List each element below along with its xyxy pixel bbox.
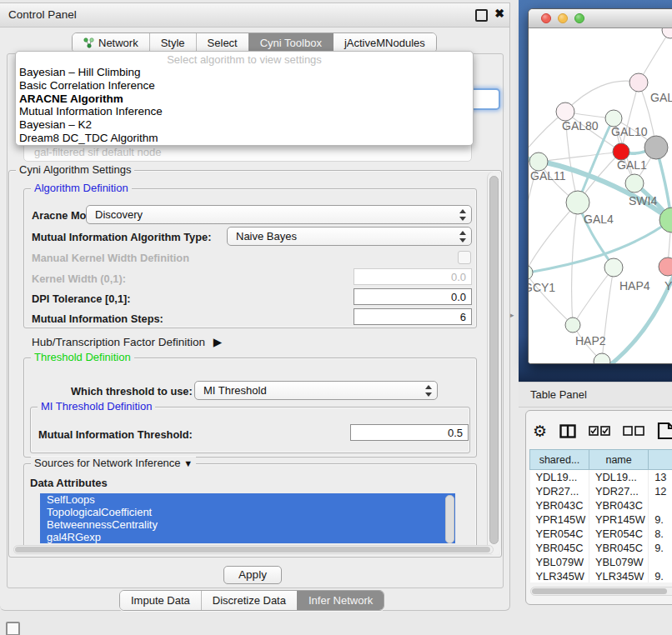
tab-style[interactable]: Style xyxy=(149,33,196,52)
table-cell[interactable]: YBL079W xyxy=(589,555,649,569)
tab-infer-network[interactable]: Infer Network xyxy=(297,591,384,610)
table-cell[interactable]: YBR045C xyxy=(530,541,589,555)
unchecked-pair-icon[interactable] xyxy=(623,426,644,436)
algorithm-option-bayesian-hill-climbing[interactable]: Bayesian – Hill Climbing xyxy=(16,66,473,79)
tab-label: Cyni Toolbox xyxy=(260,37,322,49)
table-row[interactable]: YBR045CYBR045C9. xyxy=(530,541,672,555)
minimized-panel-icon[interactable] xyxy=(6,622,20,635)
mi-threshold-field[interactable]: 0.5 xyxy=(350,424,469,441)
settings-vertical-scrollbar[interactable] xyxy=(487,172,501,555)
table-cell[interactable]: YBR043C xyxy=(589,498,649,512)
split-columns-icon[interactable] xyxy=(559,424,576,438)
settings-horizontal-scrollbar-thumb[interactable] xyxy=(15,547,490,552)
table-cell[interactable]: YDR27... xyxy=(589,484,649,498)
tab-select[interactable]: Select xyxy=(196,33,248,52)
table-cell[interactable]: YPR145W xyxy=(589,512,649,527)
table-horizontal-scrollbar[interactable] xyxy=(530,587,672,596)
network-node[interactable] xyxy=(659,258,672,276)
checked-pair-icon[interactable] xyxy=(589,426,610,436)
table-cell[interactable]: YBR045C xyxy=(589,541,649,555)
network-node[interactable] xyxy=(529,265,533,280)
network-node[interactable] xyxy=(604,258,623,277)
table-cell[interactable]: YDR27... xyxy=(530,484,589,498)
table-row[interactable]: YDR27...YDR27...12 xyxy=(530,484,672,498)
sources-legend[interactable]: Sources for Network Inference ▼ xyxy=(31,457,196,469)
table-horizontal-scrollbar-thumb[interactable] xyxy=(532,588,667,594)
table-cell[interactable]: YPR145W xyxy=(530,512,589,527)
mac-minimize-button[interactable] xyxy=(558,13,568,23)
attribute-item-betweennesscentrality[interactable]: BetweennessCentrality xyxy=(40,518,455,531)
pane-resize-handle[interactable]: ▸ xyxy=(510,311,514,319)
algorithm-option-aracne-algorithm[interactable]: ARACNE Algorithm xyxy=(16,92,473,106)
algorithm-option-bayesian-k2[interactable]: Bayesian – K2 xyxy=(16,118,473,132)
aracne-mode-combo[interactable]: Discovery xyxy=(86,205,472,224)
table-row[interactable]: YPR145WYPR145W9. xyxy=(530,512,672,527)
table-cell[interactable]: YER054C xyxy=(530,527,589,541)
mac-close-button[interactable] xyxy=(541,13,551,23)
table-row[interactable]: YLR345WYLR345W9. xyxy=(530,569,672,582)
tab-jactivemnodules[interactable]: jActiveMNodules xyxy=(333,33,436,52)
table-cell[interactable]: 8. xyxy=(649,527,672,541)
close-icon[interactable]: ✖ xyxy=(494,7,504,20)
network-node[interactable] xyxy=(565,318,580,332)
network-node[interactable] xyxy=(613,143,629,160)
network-node[interactable] xyxy=(629,73,648,92)
table-cell[interactable]: 9. xyxy=(649,512,672,527)
which-threshold-combo[interactable]: MI Threshold xyxy=(194,381,438,400)
table-cell[interactable]: YDL19... xyxy=(589,470,649,485)
float-window-icon[interactable] xyxy=(475,9,488,22)
network-edge xyxy=(573,268,614,325)
table-row[interactable]: YER054CYER054C8. xyxy=(530,527,672,541)
table-cell[interactable]: YLR345W xyxy=(589,569,649,582)
network-node[interactable] xyxy=(529,152,548,171)
dpi-tolerance-field[interactable]: 0.0 xyxy=(354,288,472,305)
column-header-name[interactable]: name xyxy=(589,450,649,470)
attribute-item-topologicalcoefficient[interactable]: TopologicalCoefficient xyxy=(40,506,455,518)
mi-algorithm-type-combo[interactable]: Naive Bayes xyxy=(227,227,472,246)
table-cell[interactable]: YDL19... xyxy=(530,470,589,485)
node-label-gal4: GAL4 xyxy=(584,212,614,226)
network-node[interactable] xyxy=(605,110,622,127)
tab-impute-data[interactable]: Impute Data xyxy=(120,591,201,610)
network-node[interactable] xyxy=(566,191,589,214)
tab-discretize-data[interactable]: Discretize Data xyxy=(201,591,297,610)
settings-vertical-scrollbar-thumb[interactable] xyxy=(489,176,499,544)
document-icon[interactable] xyxy=(657,422,672,440)
table-cell[interactable] xyxy=(649,555,672,569)
table-cell[interactable]: YER054C xyxy=(589,527,649,541)
attribute-item-selfloops[interactable]: SelfLoops xyxy=(40,493,455,506)
mi-steps-field[interactable]: 6 xyxy=(354,308,472,325)
table-cell[interactable]: 12 xyxy=(649,484,672,498)
tab-cyni-toolbox[interactable]: Cyni Toolbox xyxy=(248,33,333,52)
column-header-shared[interactable]: shared... xyxy=(530,450,589,470)
gear-icon[interactable]: ⚙ xyxy=(533,423,547,439)
algorithm-option-basic-correlation-inference[interactable]: Basic Correlation Inference xyxy=(16,79,473,92)
network-node[interactable] xyxy=(625,174,644,192)
table-cell[interactable]: YBR043C xyxy=(530,498,589,512)
table-cell[interactable] xyxy=(649,498,672,512)
column-header-cut[interactable] xyxy=(649,450,672,470)
algorithm-option-mutual-information-inference[interactable]: Mutual Information Inference xyxy=(16,105,473,118)
network-node[interactable] xyxy=(556,102,574,121)
network-canvas[interactable]: GALGAL80GAL10GAL1GAL11SWI4GAL4GCY1HAP4YH… xyxy=(529,28,672,364)
table-row[interactable]: YBL079WYBL079W xyxy=(530,555,672,569)
hub-definition-label: Hub/Transcription Factor Definition xyxy=(32,336,205,348)
attribute-item-gal4rgexp[interactable]: gal4RGexp xyxy=(40,531,455,543)
settings-horizontal-scrollbar[interactable] xyxy=(13,545,494,554)
table-cell[interactable]: 9. xyxy=(649,569,672,582)
table-cell[interactable]: YBL079W xyxy=(530,555,589,569)
table-cell[interactable]: 13 xyxy=(649,470,672,485)
table-row[interactable]: YDL19...YDL19...13 xyxy=(530,470,672,485)
algorithm-option-dream8-dc-tdc-algorithm[interactable]: Dream8 DC_TDC Algorithm xyxy=(16,132,473,145)
hub-definition-expander[interactable]: Hub/Transcription Factor Definition ▶ xyxy=(32,335,222,348)
table-row[interactable]: YBR043CYBR043C xyxy=(530,498,672,512)
tab-network[interactable]: Network xyxy=(73,33,149,52)
network-icon xyxy=(83,38,94,48)
mac-zoom-button[interactable] xyxy=(574,13,584,23)
apply-button[interactable]: Apply xyxy=(223,566,282,584)
network-node[interactable] xyxy=(644,136,668,159)
table-cell[interactable]: YLR345W xyxy=(530,569,589,582)
network-node[interactable] xyxy=(662,28,672,38)
attribute-list-scrollbar[interactable] xyxy=(445,495,454,543)
table-cell[interactable]: 9. xyxy=(649,541,672,555)
